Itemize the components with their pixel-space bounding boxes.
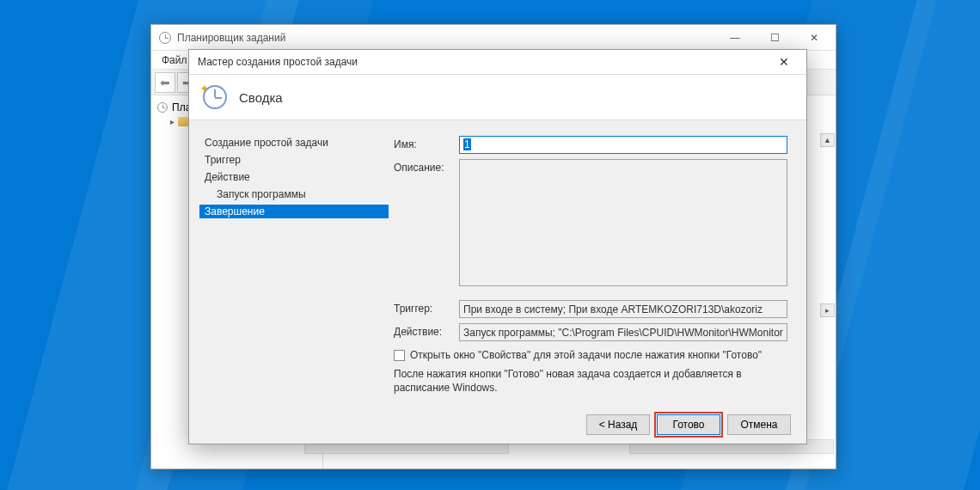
wizard-close-button[interactable]: ✕ bbox=[767, 51, 801, 73]
cancel-button[interactable]: Отмена bbox=[727, 414, 791, 435]
name-input[interactable]: 1 bbox=[459, 136, 787, 154]
action-field bbox=[459, 323, 787, 341]
wizard-heading: Сводка bbox=[239, 90, 283, 105]
app-icon bbox=[158, 31, 172, 45]
maximize-button[interactable]: ☐ bbox=[755, 25, 794, 51]
nav-back-button[interactable]: ⬅ bbox=[155, 72, 175, 93]
nav-step-finish[interactable]: Завершение bbox=[199, 205, 389, 218]
description-textarea[interactable] bbox=[459, 159, 787, 286]
description-label: Описание: bbox=[394, 159, 459, 174]
close-button[interactable]: ✕ bbox=[794, 25, 834, 51]
scroll-right-button[interactable]: ▸ bbox=[820, 303, 835, 317]
wizard-footer: < Назад Готово Отмена bbox=[189, 406, 806, 444]
trigger-field bbox=[459, 300, 787, 318]
finish-button[interactable]: Готово bbox=[657, 414, 720, 435]
window-title: Планировщик заданий bbox=[177, 32, 715, 44]
back-button[interactable]: < Назад bbox=[586, 414, 650, 435]
nav-step-trigger[interactable]: Триггер bbox=[199, 153, 389, 167]
scroll-up-button[interactable]: ▲ bbox=[820, 133, 835, 147]
wizard-dialog: Мастер создания простой задачи ✕ ✦ Сводк… bbox=[188, 49, 807, 444]
wizard-form: Имя: 1 Описание: Триггер: Действие: Откр… bbox=[389, 120, 806, 406]
checkbox-label[interactable]: Открыть окно "Свойства" для этой задачи … bbox=[410, 348, 762, 362]
nav-step-action[interactable]: Действие bbox=[199, 170, 389, 184]
trigger-label: Триггер: bbox=[394, 300, 459, 315]
expand-icon[interactable]: ▸ bbox=[170, 117, 175, 126]
nav-step-run-program[interactable]: Запуск программы bbox=[199, 187, 389, 201]
wizard-header: ✦ Сводка bbox=[189, 74, 806, 120]
wizard-titlebar[interactable]: Мастер создания простой задачи ✕ bbox=[189, 50, 806, 74]
titlebar[interactable]: Планировщик заданий — ☐ ✕ bbox=[151, 25, 836, 51]
wizard-nav: Создание простой задачи Триггер Действие… bbox=[189, 120, 389, 406]
info-text: После нажатия кнопки "Готово" новая зада… bbox=[394, 367, 787, 395]
wizard-title: Мастер создания простой задачи bbox=[198, 56, 358, 68]
open-properties-checkbox[interactable] bbox=[394, 350, 405, 361]
nav-step-create[interactable]: Создание простой задачи bbox=[199, 136, 389, 150]
wizard-clock-icon: ✦ bbox=[201, 83, 229, 111]
action-label: Действие: bbox=[394, 323, 459, 338]
minimize-button[interactable]: — bbox=[715, 25, 755, 51]
clock-icon bbox=[157, 102, 168, 113]
name-label: Имя: bbox=[394, 136, 459, 150]
